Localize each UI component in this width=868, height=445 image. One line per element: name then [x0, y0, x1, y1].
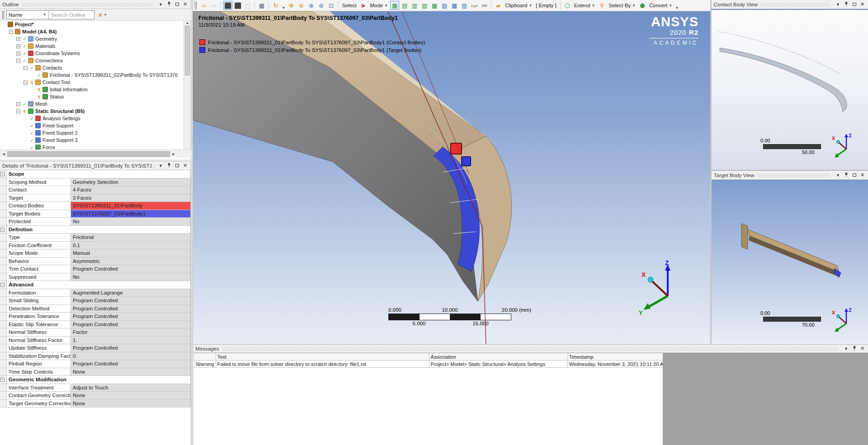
- outline-close-button[interactable]: ✕: [182, 1, 189, 8]
- collapse-section-icon[interactable]: −: [0, 283, 5, 287]
- tree-item[interactable]: ✓Fixed Support: [0, 122, 184, 129]
- scrollbar-thumb[interactable]: [185, 26, 190, 75]
- tag-100-icon[interactable]: 100: [480, 1, 489, 10]
- expander-icon[interactable]: +: [16, 102, 20, 106]
- tree-item[interactable]: ↯Status: [0, 93, 184, 100]
- target-marker[interactable]: [462, 157, 471, 166]
- target-view-pin-icon[interactable]: [843, 172, 849, 178]
- property-value[interactable]: Augmented Lagrange: [71, 289, 191, 297]
- select-label[interactable]: Select: [342, 3, 357, 8]
- property-value[interactable]: 0.1: [71, 242, 191, 250]
- clipboard-folder-icon[interactable]: ▰: [494, 1, 503, 10]
- outline-pin-icon[interactable]: [165, 1, 172, 8]
- outline-menu-button[interactable]: ▼: [157, 1, 164, 8]
- clipboard-dropdown[interactable]: Clipboard▼: [505, 3, 532, 8]
- target-view-close-button[interactable]: ✕: [859, 172, 866, 178]
- tree-item[interactable]: ✓Frictional - SYS\ST1399311_01\PartBody …: [0, 71, 184, 79]
- contact-view-maximize-button[interactable]: [851, 1, 858, 8]
- contact-body-shape[interactable]: [720, 48, 847, 112]
- property-value[interactable]: Factor: [71, 328, 191, 337]
- contact-view-viewport[interactable]: 0.00 50.00 Z X: [712, 9, 868, 170]
- property-value[interactable]: Frictional: [71, 234, 191, 242]
- contact-view-pin-icon[interactable]: [843, 1, 849, 8]
- collapse-section-icon[interactable]: −: [0, 378, 5, 382]
- expander-icon[interactable]: +: [16, 52, 20, 56]
- target-view-menu-button[interactable]: ▼: [835, 172, 841, 178]
- collapse-section-icon[interactable]: −: [0, 228, 5, 232]
- zoom-in-icon[interactable]: ⊕: [307, 1, 316, 10]
- outline-horizontal-scrollbar[interactable]: ◄ ►: [0, 150, 191, 158]
- select-face-filter-icon[interactable]: ▥: [410, 1, 419, 10]
- pan-icon[interactable]: ✥: [287, 1, 296, 10]
- tree-item[interactable]: −↯Static Structural (B5): [0, 108, 184, 115]
- contact-view-menu-button[interactable]: ▼: [835, 1, 841, 8]
- expander-icon[interactable]: +: [16, 37, 20, 41]
- property-value[interactable]: Geometry Selection: [71, 178, 191, 187]
- tree-item[interactable]: −✓Contacts: [0, 64, 184, 71]
- messages-column-header[interactable]: Timestamp: [567, 353, 665, 361]
- property-value[interactable]: None: [71, 392, 191, 400]
- tree-item[interactable]: +✓Mesh: [0, 100, 184, 108]
- scroll-right-icon[interactable]: ►: [170, 152, 177, 156]
- extend-dropdown[interactable]: Extend▼: [574, 3, 595, 8]
- tree-item[interactable]: ✓Analysis Settings: [0, 115, 184, 122]
- tree-item[interactable]: ↯Initial Information: [0, 86, 184, 93]
- property-value[interactable]: None: [71, 400, 191, 408]
- expander-icon[interactable]: −: [24, 66, 28, 70]
- expander-icon[interactable]: −: [16, 59, 20, 63]
- mode-dropdown[interactable]: Mode▼: [370, 3, 388, 8]
- contact-marker[interactable]: [451, 143, 462, 154]
- select-edge-filter-icon[interactable]: ▤: [400, 1, 409, 10]
- messages-column-header[interactable]: Text: [216, 353, 429, 361]
- zoom-fit-icon[interactable]: ⊚: [317, 1, 326, 10]
- property-value[interactable]: Program Controlled: [71, 360, 191, 368]
- show-vertices-icon[interactable]: ⬚: [243, 1, 252, 10]
- scrollbar-thumb[interactable]: [7, 151, 170, 157]
- convert-dropdown[interactable]: Convert▼: [649, 3, 672, 8]
- messages-pin-icon[interactable]: [851, 345, 858, 352]
- property-value[interactable]: 4 Faces: [71, 186, 191, 194]
- filter-drag-handle[interactable]: [2, 11, 5, 19]
- property-value[interactable]: No: [71, 218, 191, 226]
- rotate-icon[interactable]: ↻: [271, 1, 280, 10]
- details-pin-icon[interactable]: [165, 162, 172, 169]
- expander-icon[interactable]: −: [9, 30, 13, 34]
- contact-view-close-button[interactable]: ✕: [859, 1, 866, 8]
- property-value[interactable]: 3 Faces: [71, 194, 191, 202]
- target-view-maximize-button[interactable]: [851, 172, 858, 178]
- property-value[interactable]: No: [71, 273, 191, 281]
- extend-selection-icon[interactable]: ▩: [430, 1, 439, 10]
- tree-item[interactable]: Project*: [0, 21, 184, 28]
- select-cursor-icon[interactable]: ➤: [359, 1, 368, 10]
- tree-item[interactable]: −✓Connections: [0, 57, 184, 64]
- collapse-section-icon[interactable]: −: [0, 172, 5, 176]
- select-all-icon[interactable]: ▨: [440, 1, 449, 10]
- wireframe-icon[interactable]: ⬛: [233, 1, 242, 10]
- tree-item[interactable]: −↯Contact Tool: [0, 79, 184, 86]
- rotate-caret[interactable]: ▾: [283, 5, 285, 11]
- property-value[interactable]: SYS\ST1399311_01\PartBody: [71, 202, 191, 210]
- search-options-caret[interactable]: ▾: [104, 13, 106, 17]
- expand-search-icon[interactable]: ∨: [98, 12, 103, 18]
- outline-vertical-scrollbar[interactable]: ▲: [184, 21, 191, 150]
- select-by-pin-icon[interactable]: ⚲: [597, 1, 606, 10]
- messages-close-button[interactable]: ✕: [859, 345, 866, 352]
- expander-icon[interactable]: +: [16, 44, 20, 48]
- geometry-viewport[interactable]: Frictional - SYS\ST1399311_01\PartBody T…: [193, 11, 710, 344]
- scroll-left-icon[interactable]: ◄: [0, 152, 7, 156]
- tree-item[interactable]: ✓Fixed Support 2: [0, 129, 184, 136]
- property-value[interactable]: Program Controlled: [71, 297, 191, 305]
- extend-icon[interactable]: ⬡: [563, 1, 572, 10]
- tree-item[interactable]: ✓Force: [0, 144, 184, 150]
- expander-icon[interactable]: −: [16, 109, 20, 113]
- property-value[interactable]: Manual: [71, 249, 191, 258]
- property-value[interactable]: 0.: [71, 352, 191, 361]
- tree-item[interactable]: +✓Materials: [0, 42, 184, 50]
- box-zoom-icon[interactable]: ⊡: [327, 1, 336, 10]
- search-outline-input[interactable]: Search Outline: [49, 12, 94, 18]
- convert-icon[interactable]: ⬢: [638, 1, 647, 10]
- details-close-button[interactable]: ✕: [182, 162, 189, 169]
- property-value[interactable]: 1.: [71, 337, 191, 345]
- zoom-previous-icon[interactable]: ⇦: [199, 1, 208, 10]
- message-row[interactable]: WarningFailed to move file from solver d…: [194, 361, 665, 368]
